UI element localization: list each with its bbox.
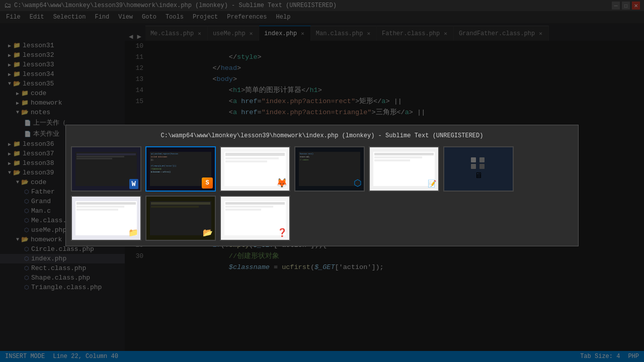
taskbar-thumb-sublime[interactable]: spl_autoload_register(function include $… bbox=[145, 146, 216, 192]
taskbar-thumb-notepad2[interactable]: ❓ bbox=[220, 196, 290, 241]
taskbar-title: C:\wamp64\www\lmonkey\lesson39\homework\… bbox=[71, 130, 573, 141]
sublime-icon: S bbox=[202, 177, 213, 189]
thumb-preview bbox=[373, 152, 435, 187]
taskbar-thumb-explorer[interactable]: 📝 bbox=[369, 146, 439, 192]
taskbar-thumb-vscode[interactable]: function test() return val; // comment ⬡ bbox=[294, 146, 365, 192]
firefox-icon: 🦊 bbox=[276, 177, 287, 189]
thumb-preview bbox=[75, 201, 137, 236]
thumb-inner: 🖥 bbox=[444, 147, 513, 191]
thumb-preview bbox=[150, 201, 211, 236]
vscode-icon: ⬡ bbox=[354, 177, 362, 189]
thumb-icon: W bbox=[129, 178, 138, 189]
folder-icon: 📂 bbox=[203, 228, 213, 238]
taskbar-row2: 📁 📂 bbox=[71, 196, 573, 241]
taskbar-switcher: C:\wamp64\www\lmonkey\lesson39\homework\… bbox=[65, 125, 579, 246]
taskbar-thumb-browser[interactable]: 🦊 bbox=[220, 146, 290, 192]
thumb-preview: function test() return val; // comment bbox=[299, 152, 360, 187]
notepad2-icon: ❓ bbox=[277, 228, 287, 238]
taskbar-thumb-explorer2[interactable]: 📁 bbox=[71, 196, 141, 241]
explorer-icon: 📁 bbox=[128, 228, 138, 238]
taskbar-grid: W spl_autoload_register(function include… bbox=[71, 146, 573, 241]
taskbar-thumb-win[interactable]: 🖥 bbox=[443, 146, 514, 192]
taskbar-thumb-wps[interactable]: W bbox=[71, 146, 141, 192]
sublime-logo: S bbox=[202, 177, 213, 189]
thumb-preview bbox=[224, 201, 286, 236]
win-icons: 🖥 bbox=[471, 147, 486, 191]
taskbar-thumb-folder[interactable]: 📂 bbox=[145, 196, 216, 241]
thumb-preview bbox=[75, 152, 137, 187]
windows-grid bbox=[471, 157, 486, 169]
taskbar-row1: W spl_autoload_register(function include… bbox=[71, 146, 573, 192]
overlay-background[interactable]: C:\wamp64\www\lmonkey\lesson39\homework\… bbox=[0, 0, 644, 362]
notepad-icon: 📝 bbox=[428, 178, 436, 189]
